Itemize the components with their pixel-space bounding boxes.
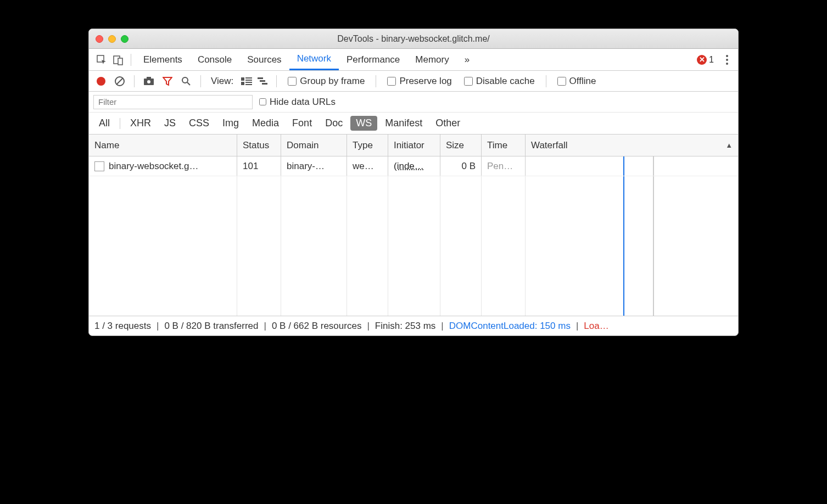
device-toolbar-icon[interactable] <box>110 52 126 68</box>
column-size[interactable]: Size <box>440 135 482 156</box>
status-bar: 1 / 3 requests | 0 B / 820 B transferred… <box>89 316 738 335</box>
record-icon <box>97 77 105 86</box>
table-gridlines <box>89 176 738 316</box>
filter-font[interactable]: Font <box>287 116 317 131</box>
clear-icon <box>114 76 125 87</box>
svg-rect-11 <box>245 77 252 79</box>
camera-icon <box>143 77 154 86</box>
close-window-button[interactable] <box>96 35 103 43</box>
status-transferred: 0 B / 820 B transferred <box>164 321 258 332</box>
disable-cache-checkbox[interactable]: Disable cache <box>464 76 535 87</box>
status-finish: Finish: 253 ms <box>375 321 436 332</box>
window-title: DevTools - binary-websocket.glitch.me/ <box>89 34 738 44</box>
svg-point-8 <box>182 77 188 83</box>
tab-performance[interactable]: Performance <box>339 49 407 70</box>
tabs-overflow[interactable]: » <box>457 49 477 70</box>
zoom-window-button[interactable] <box>121 35 128 43</box>
separator <box>131 54 131 66</box>
tab-sources[interactable]: Sources <box>239 49 289 70</box>
filter-ws[interactable]: WS <box>350 116 377 131</box>
cell-size: 0 B <box>440 156 482 176</box>
column-type[interactable]: Type <box>347 135 388 156</box>
svg-rect-14 <box>245 82 252 83</box>
settings-menu-icon[interactable] <box>720 55 734 65</box>
svg-rect-12 <box>245 80 252 81</box>
status-resources: 0 B / 662 B resources <box>272 321 361 332</box>
large-rows-button[interactable] <box>240 76 253 86</box>
error-count-badge[interactable]: ✕ 1 <box>697 55 714 65</box>
svg-rect-10 <box>241 77 244 81</box>
cell-time: Pen… <box>482 156 526 176</box>
view-label: View: <box>211 76 233 87</box>
search-icon <box>181 76 191 86</box>
waterfall-marker-blue <box>623 156 624 176</box>
resource-type-filter: All XHR JS CSS Img Media Font Doc WS Man… <box>89 113 738 135</box>
filter-img[interactable]: Img <box>217 116 244 131</box>
cell-domain: binary-… <box>281 156 347 176</box>
filter-css[interactable]: CSS <box>183 116 215 131</box>
file-icon <box>94 161 104 171</box>
traffic-lights <box>96 35 128 43</box>
cell-waterfall <box>526 156 738 176</box>
titlebar: DevTools - binary-websocket.glitch.me/ <box>89 29 738 49</box>
column-name[interactable]: Name <box>89 135 237 156</box>
tab-console[interactable]: Console <box>190 49 239 70</box>
cell-name: binary-websocket.g… <box>89 156 237 176</box>
svg-rect-7 <box>147 77 151 79</box>
cell-status: 101 <box>237 156 281 176</box>
error-icon: ✕ <box>697 55 707 65</box>
svg-line-4 <box>116 78 123 85</box>
svg-line-9 <box>187 82 190 85</box>
devtools-window: DevTools - binary-websocket.glitch.me/ E… <box>88 29 739 336</box>
waterfall-view-button[interactable] <box>256 76 270 86</box>
filter-toggle-button[interactable] <box>160 74 175 89</box>
filter-manifest[interactable]: Manifest <box>379 116 428 131</box>
waterfall-icon <box>258 77 269 85</box>
svg-rect-17 <box>260 80 265 82</box>
status-domcontentloaded: DOMContentLoaded: 150 ms <box>449 321 571 332</box>
main-tabs-bar: Elements Console Sources Network Perform… <box>89 49 738 71</box>
filter-input[interactable] <box>93 95 253 109</box>
minimize-window-button[interactable] <box>108 35 116 43</box>
svg-rect-18 <box>262 83 267 85</box>
clear-button[interactable] <box>112 74 127 89</box>
tab-memory[interactable]: Memory <box>407 49 456 70</box>
offline-checkbox[interactable]: Offline <box>557 76 596 87</box>
group-by-frame-checkbox[interactable]: Group by frame <box>288 76 365 87</box>
filter-media[interactable]: Media <box>247 116 284 131</box>
svg-rect-15 <box>245 84 252 85</box>
column-initiator[interactable]: Initiator <box>388 135 440 156</box>
cell-initiator[interactable]: (inde… <box>388 156 440 176</box>
filter-doc[interactable]: Doc <box>320 116 348 131</box>
status-load: Loa… <box>584 321 608 332</box>
hide-data-urls-checkbox[interactable]: Hide data URLs <box>259 97 336 108</box>
tab-network[interactable]: Network <box>289 49 339 70</box>
column-status[interactable]: Status <box>237 135 281 156</box>
waterfall-marker-gray <box>653 156 654 176</box>
inspect-element-icon[interactable] <box>93 52 110 68</box>
filter-other[interactable]: Other <box>430 116 466 131</box>
record-button[interactable] <box>93 74 109 89</box>
svg-rect-16 <box>258 77 263 79</box>
filter-xhr[interactable]: XHR <box>125 116 157 131</box>
error-count: 1 <box>709 55 714 65</box>
network-table-header: Name Status Domain Type Initiator Size T… <box>89 135 738 156</box>
list-icon <box>241 77 252 85</box>
filter-js[interactable]: JS <box>159 116 181 131</box>
column-domain[interactable]: Domain <box>281 135 347 156</box>
table-row[interactable]: binary-websocket.g… 101 binary-… we… (in… <box>89 156 738 176</box>
network-table-body: binary-websocket.g… 101 binary-… we… (in… <box>89 156 738 316</box>
preserve-log-checkbox[interactable]: Preserve log <box>387 76 451 87</box>
cell-type: we… <box>347 156 388 176</box>
search-button[interactable] <box>178 74 194 89</box>
tab-elements[interactable]: Elements <box>136 49 190 70</box>
network-toolbar: View: Group by frame Preserve log Disabl… <box>89 71 738 92</box>
filter-all[interactable]: All <box>93 116 115 131</box>
svg-point-6 <box>147 80 150 83</box>
capture-screenshots-button[interactable] <box>141 74 157 89</box>
status-requests: 1 / 3 requests <box>94 321 151 332</box>
funnel-icon <box>163 76 172 86</box>
column-waterfall[interactable]: Waterfall ▲ <box>526 135 738 156</box>
column-time[interactable]: Time <box>482 135 526 156</box>
svg-rect-13 <box>241 82 244 85</box>
